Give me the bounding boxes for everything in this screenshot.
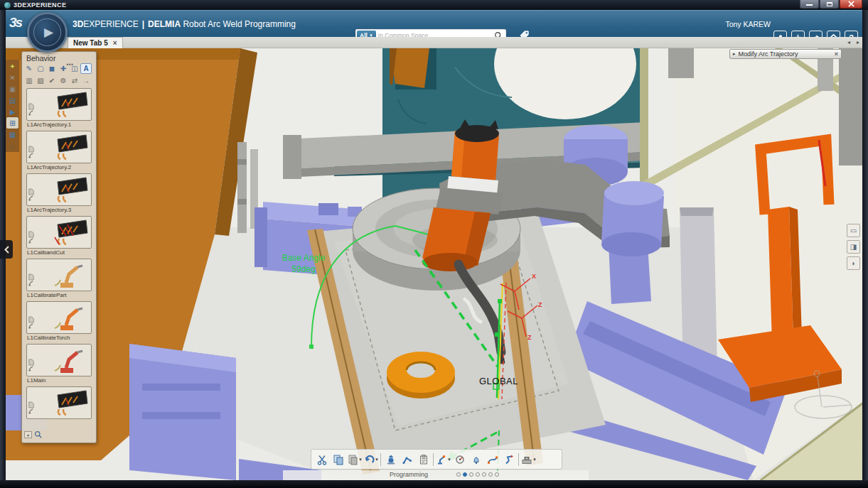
compass-share-icon[interactable]: ✦ [6,60,18,72]
window-right-edge [862,0,868,488]
chevron-down-icon[interactable]: ▾ [533,457,536,462]
left-toolbar: ✦✕▣▤▶⊞▦⌂ [6,60,19,152]
behavior-panel-title: Behavior [22,52,96,63]
tab-new-tab-5[interactable]: New Tab 5 × [68,37,123,48]
app-name-bold: DELMIA [148,19,181,29]
paste-icon [347,454,358,465]
behavior-item-thumbnail[interactable] [26,173,92,206]
reachability-button[interactable] [468,451,484,468]
expand-icon[interactable]: ▸ [733,51,736,57]
behavior-list-item[interactable] [26,386,96,421]
behavior-thumb-art [45,345,90,378]
cut-button[interactable] [314,451,330,468]
behavior-anchor-icon [28,362,34,375]
teach-device-button[interactable] [451,451,468,468]
behavior-anchor-icon [28,149,34,162]
copy-button[interactable] [330,451,346,468]
validate-icon[interactable]: ✔ [46,75,58,86]
export-icon[interactable]: → [80,75,92,86]
copy-icon [333,454,344,465]
chevron-down-icon[interactable]: ▾ [448,457,451,462]
behavior-list-item[interactable]: L1ArcTrajectory.3 [26,173,96,215]
trajectory-path-button[interactable] [484,451,500,468]
annotate-icon[interactable]: A [80,63,92,74]
page-dot-3[interactable] [469,472,473,477]
page-dot-7[interactable] [495,472,499,477]
behavior-item-thumbnail[interactable] [26,259,92,291]
panel-menu-icon[interactable]: ⋯ [66,60,74,68]
robot-task-button[interactable]: ▾ [435,451,451,468]
behavior-list: L1ArcTrajectory.1 L1ArcTrajectory.2 [22,87,96,421]
zoom-search-icon[interactable] [34,428,42,441]
clipboard-paste-button[interactable] [415,451,432,468]
open-icon[interactable]: ▥ [23,75,35,86]
close-icon [848,1,854,7]
duplicate-icon[interactable]: ▧ [35,75,46,86]
close-button[interactable] [840,0,862,9]
minimize-button[interactable] [800,0,819,9]
import-icon[interactable]: ⇄ [69,75,80,86]
tab-scroll-left-button[interactable]: ◂ [845,39,852,45]
update-robot-button[interactable] [382,451,399,468]
batch-icon[interactable]: ⚙ [58,75,69,86]
list-options-dropdown[interactable]: ▾ [24,431,32,438]
chevron-down-icon[interactable]: ▾ [359,457,362,462]
page-dot-5[interactable] [482,472,486,477]
page-dot-4[interactable] [476,472,480,477]
behavior-item-thumbnail[interactable] [26,344,92,376]
behavior-item-thumbnail[interactable] [26,216,92,249]
tools-icon[interactable]: ✕ [6,72,18,83]
view-settings-icon[interactable]: ◨ [847,240,860,254]
page-dot-2[interactable] [463,472,467,477]
home-icon[interactable]: ⌂ [6,140,18,151]
behavior-list-item[interactable]: L1Main [26,344,96,385]
toolbar-separator [433,453,434,466]
capture-icon[interactable]: ▣ [6,83,18,94]
compass-menu-button[interactable]: ▶ [27,12,68,53]
viewport-3d-scene[interactable]: X Z Z [0,48,868,480]
page-dot-1[interactable] [456,472,461,477]
behavior-icon[interactable]: ⊞ [6,117,18,129]
behavior-thumb-art [45,260,90,293]
comments-icon[interactable]: ◗ [847,256,860,270]
update-robot-icon [385,454,397,465]
app-header: 3s 3DEXPERIENCE|DELMIA Robot Arc Weld Pr… [0,10,868,37]
gallery-icon[interactable]: ▤ [6,94,18,106]
workcell-positioner-button[interactable]: ▾ [520,451,537,468]
behavior-thumb-art [45,132,90,165]
jog-robot-button[interactable] [500,451,517,468]
modify-arc-trajectory-panel[interactable]: ▸ Modify Arc Trajectory × [729,49,842,59]
maximize-button[interactable] [820,0,839,9]
select-brush-icon[interactable]: ✎ [23,63,35,74]
user-name[interactable]: Tony KAREW [717,11,771,38]
behavior-thumb-art [45,90,90,122]
workcell-positioner-icon [521,454,532,465]
collapse-panel-button[interactable] [0,240,13,259]
window-titlebar: 3DEXPERIENCE [0,0,868,10]
paste-button[interactable]: ▾ [346,451,363,468]
page-dot-6[interactable] [488,472,493,477]
behavior-item-thumbnail[interactable] [26,88,92,121]
undo-button[interactable]: ▾ [363,451,379,468]
behavior-list-item[interactable]: L1CalibrateTorch [26,301,96,342]
behavior-list-item[interactable]: L1CalibratePart [26,259,96,300]
panel-close-icon[interactable]: × [835,50,838,58]
new-window-icon[interactable]: ▢ [35,63,46,74]
behavior-list-item[interactable]: L1ArcTrajectory.1 [26,88,96,129]
tab-close-icon[interactable]: × [113,39,117,47]
compute-trajectory-button[interactable] [399,451,415,468]
apps-icon[interactable]: ▦ [6,129,18,140]
title-divider: | [142,19,144,29]
media-icon[interactable]: ▶ [6,106,18,117]
behavior-item-thumbnail[interactable] [26,301,92,334]
viewport-icon[interactable]: ◼ [46,63,58,74]
render-tools-icon[interactable]: ▭ [847,224,860,237]
behavior-item-thumbnail[interactable] [26,131,92,163]
jog-robot-icon [503,454,515,465]
behavior-item-thumbnail[interactable] [26,386,92,419]
behavior-list-item[interactable]: L1ArcTrajectory.2 [26,131,96,172]
tab-scroll-right-button[interactable]: ▸ [854,39,862,45]
app-name-rest: Robot Arc Weld Programming [183,19,296,29]
behavior-list-item[interactable]: L1CalibandCut [26,216,96,257]
chevron-down-icon[interactable]: ▾ [375,457,378,462]
